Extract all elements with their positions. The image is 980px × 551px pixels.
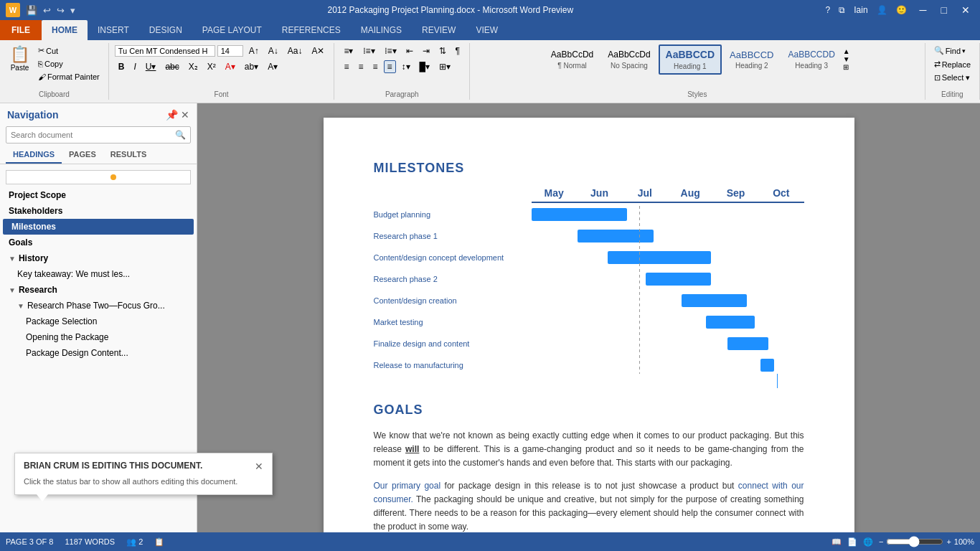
nav-item-opening-package[interactable]: Opening the Package	[0, 329, 197, 345]
research-phase-collapse-icon[interactable]: ▼	[17, 302, 24, 310]
borders-button[interactable]: ⊞▾	[435, 60, 454, 73]
nav-item-package-selection[interactable]: Package Selection	[0, 314, 197, 329]
justify-button[interactable]: ≡	[384, 60, 396, 73]
numbering-button[interactable]: ⁞≡▾	[359, 44, 379, 57]
superscript-button[interactable]: X²	[204, 60, 220, 73]
tab-file[interactable]: FILE	[0, 20, 42, 40]
style-heading1[interactable]: AaBBCCD Heading 1	[659, 44, 722, 75]
restore-icon[interactable]: ⧉	[839, 5, 845, 15]
nav-search-input[interactable]	[6, 128, 171, 142]
font-color-button[interactable]: A▾	[222, 60, 239, 73]
minimize-button[interactable]: ─	[915, 3, 931, 17]
user-name[interactable]: Iain	[854, 5, 867, 15]
nav-item-project-scope[interactable]: Project Scope	[0, 187, 197, 203]
zoom-slider[interactable]	[886, 536, 943, 547]
zoom-out-icon[interactable]: −	[879, 537, 883, 546]
word-count[interactable]: 1187 WORDS	[65, 537, 115, 546]
grow-font-button[interactable]: A↑	[245, 44, 263, 57]
align-right-button[interactable]: ≡	[369, 60, 382, 73]
nav-item-package-design[interactable]: Package Design Content...	[0, 345, 197, 361]
nav-pin-icon[interactable]: 📌	[166, 109, 178, 121]
highlight-button[interactable]: ab▾	[241, 60, 262, 73]
style-heading2[interactable]: AaBBCCD Heading 2	[723, 46, 780, 74]
nav-search-icon[interactable]: 🔍	[171, 127, 190, 143]
nav-tab-pages[interactable]: PAGES	[62, 146, 103, 164]
tab-references[interactable]: REFERENCES	[272, 20, 351, 40]
styles-up-icon[interactable]: ▲	[843, 47, 850, 55]
find-button[interactable]: 🔍 Find ▾	[931, 44, 969, 57]
zoom-in-icon[interactable]: +	[946, 537, 951, 546]
research-collapse-icon[interactable]: ▼	[9, 286, 16, 294]
nav-close-icon[interactable]: ✕	[181, 109, 189, 121]
styles-down-icon[interactable]: ▼	[843, 55, 850, 63]
save-quick-icon[interactable]: 💾	[26, 5, 37, 16]
nav-item-research-phase-two[interactable]: ▼ Research Phase Two—Focus Gro...	[0, 298, 197, 314]
italic-button[interactable]: I	[130, 60, 139, 73]
gantt-bar-content-concept	[608, 251, 711, 264]
align-center-button[interactable]: ≡	[355, 60, 367, 73]
align-left-button[interactable]: ≡	[340, 60, 352, 73]
view-mode-web-icon[interactable]: 🌐	[863, 537, 873, 547]
view-mode-print-icon[interactable]: 📄	[847, 537, 857, 547]
subscript-button[interactable]: X₂	[185, 60, 202, 73]
nav-item-key-takeaway[interactable]: Key takeaway: We must les...	[0, 266, 197, 282]
font-name-input[interactable]	[115, 45, 215, 57]
close-button[interactable]: ✕	[957, 3, 974, 17]
window-controls[interactable]: ─ □ ✕	[915, 3, 974, 17]
nav-tab-results[interactable]: RESULTS	[103, 146, 154, 164]
font-size-input[interactable]	[217, 45, 243, 57]
bullets-button[interactable]: ≡▾	[340, 44, 357, 57]
format-painter-button[interactable]: 🖌 Format Painter	[35, 71, 103, 83]
font-color-alt-button[interactable]: A▾	[264, 60, 281, 73]
zoom-level[interactable]: 100%	[954, 537, 974, 546]
authors-icon[interactable]: 👥 2	[126, 537, 143, 547]
tab-view[interactable]: VIEW	[466, 20, 508, 40]
author-close-button[interactable]: ✕	[255, 461, 263, 472]
styles-more-icon[interactable]: ⊞	[843, 63, 850, 71]
tab-insert[interactable]: INSERT	[88, 20, 139, 40]
style-no-spacing[interactable]: AaBbCcDd No Spacing	[601, 46, 656, 72]
strikethrough-button[interactable]: abc	[161, 60, 182, 73]
bold-button[interactable]: B	[115, 60, 128, 73]
shading-button[interactable]: █▾	[416, 60, 434, 73]
styles-scroll[interactable]: ▲ ▼ ⊞	[843, 47, 850, 71]
customize-quick-icon[interactable]: ▾	[70, 5, 75, 16]
view-mode-read-icon[interactable]: 📖	[831, 537, 842, 547]
history-collapse-icon[interactable]: ▼	[9, 255, 16, 263]
style-normal[interactable]: AaBbCcDd ¶ Normal	[545, 46, 600, 72]
nav-tab-headings[interactable]: HEADINGS	[6, 146, 62, 164]
shrink-font-button[interactable]: A↓	[265, 44, 282, 57]
help-icon[interactable]: ?	[826, 5, 831, 15]
tab-design[interactable]: DESIGN	[139, 20, 192, 40]
decrease-indent-button[interactable]: ⇤	[402, 44, 417, 57]
tab-mailings[interactable]: MAILINGS	[351, 20, 412, 40]
replace-button[interactable]: ⇄ Replace	[931, 58, 974, 70]
page-info[interactable]: PAGE 3 OF 8	[6, 537, 53, 546]
increase-indent-button[interactable]: ⇥	[419, 44, 433, 57]
clear-format-button[interactable]: A✕	[308, 44, 328, 57]
style-heading3[interactable]: AaBBCCDD Heading 3	[781, 46, 841, 72]
undo-quick-icon[interactable]: ↩	[43, 5, 51, 16]
redo-quick-icon[interactable]: ↪	[57, 5, 65, 16]
font-case-button[interactable]: Aa↓	[284, 44, 306, 57]
nav-item-history[interactable]: ▼ History	[0, 250, 197, 266]
multilevel-button[interactable]: ⁞≡▾	[381, 44, 400, 57]
goals-primary-goal-link[interactable]: Our primary goal	[374, 481, 441, 491]
nav-item-milestones[interactable]: Milestones	[3, 219, 194, 235]
nav-item-research[interactable]: ▼ Research	[0, 282, 197, 298]
track-changes-icon[interactable]: 📋	[154, 537, 164, 547]
nav-item-goals[interactable]: Goals	[0, 235, 197, 250]
underline-button[interactable]: U▾	[142, 60, 160, 73]
paste-button[interactable]: 📋 Paste	[6, 44, 34, 74]
show-marks-button[interactable]: ¶	[452, 44, 463, 57]
sort-button[interactable]: ⇅	[435, 44, 450, 57]
line-spacing-button[interactable]: ↕▾	[398, 60, 414, 73]
cut-button[interactable]: ✂ Cut	[35, 44, 103, 57]
copy-button[interactable]: ⎘ Copy	[35, 58, 103, 70]
maximize-button[interactable]: □	[937, 3, 951, 17]
select-button[interactable]: ⊡ Select ▾	[931, 72, 974, 84]
tab-page-layout[interactable]: PAGE LAYOUT	[192, 20, 272, 40]
nav-item-stakeholders[interactable]: Stakeholders	[0, 203, 197, 219]
tab-review[interactable]: REVIEW	[412, 20, 466, 40]
tab-home[interactable]: HOME	[42, 20, 88, 40]
